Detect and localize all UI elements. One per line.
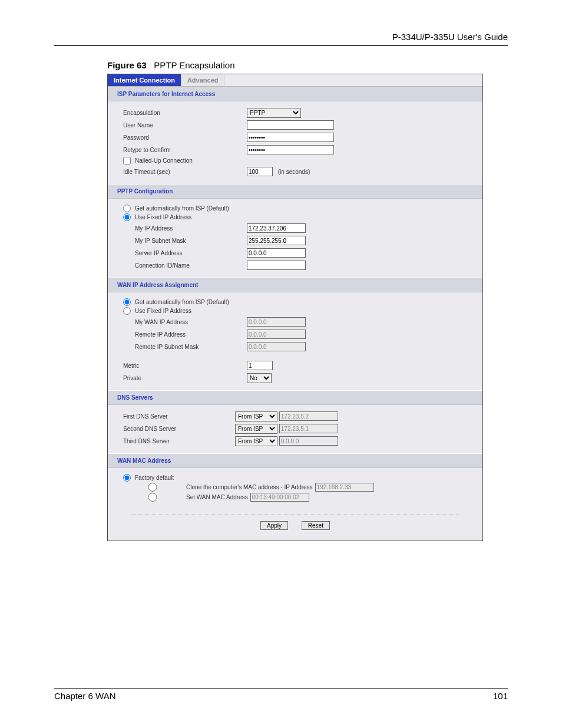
section-dns-body: First DNS Server From ISP Second DNS Ser… <box>108 405 482 453</box>
server-ip-label: Server IP Address <box>123 250 247 256</box>
connection-id-label: Connection ID/Name <box>123 262 247 269</box>
mac-clone-ip-input[interactable] <box>315 483 374 492</box>
username-label: User Name <box>123 122 247 129</box>
section-wan-body: Get automatically from ISP (Default) Use… <box>108 292 482 390</box>
connection-id-input[interactable] <box>247 261 306 270</box>
remote-subnet-label: Remote IP Subnet Mask <box>123 344 247 350</box>
third-dns-input[interactable] <box>279 436 338 446</box>
first-dns-select[interactable]: From ISP <box>235 411 277 421</box>
section-isp-header: ISP Parameters for Internet Access <box>108 87 482 101</box>
button-row: Apply Reset <box>108 519 482 541</box>
wan-fixed-label: Use Fixed IP Address <box>135 308 191 314</box>
mac-clone-radio[interactable] <box>123 483 182 492</box>
wan-auto-radio[interactable] <box>123 298 131 306</box>
button-separator <box>131 515 459 515</box>
footer-rule <box>54 688 508 689</box>
nailed-up-label: Nailed-Up Connection <box>135 157 193 164</box>
second-dns-select[interactable]: From ISP <box>235 424 277 434</box>
password-input[interactable] <box>247 133 334 142</box>
idle-timeout-input[interactable] <box>247 167 273 176</box>
remote-ip-input[interactable] <box>247 330 306 339</box>
reset-button[interactable]: Reset <box>302 521 330 530</box>
retype-label: Retype to Confirm <box>123 147 247 153</box>
remote-ip-label: Remote IP Address <box>123 331 247 338</box>
section-pptp-body: Get automatically from ISP (Default) Use… <box>108 199 482 278</box>
section-mac-header: WAN MAC Address <box>108 453 482 468</box>
private-label: Private <box>123 375 247 381</box>
section-isp-body: Encapsulation PPTP User Name Password Re… <box>108 101 482 184</box>
wan-fixed-radio[interactable] <box>123 307 131 315</box>
my-ip-input[interactable] <box>247 223 306 233</box>
username-input[interactable] <box>247 120 334 130</box>
tab-internet-connection[interactable]: Internet Connection <box>108 74 181 86</box>
mac-set-label: Set WAN MAC Address <box>186 494 248 500</box>
my-subnet-input[interactable] <box>247 236 306 245</box>
my-subnet-label: My IP Subnet Mask <box>123 238 247 244</box>
section-pptp-header: PPTP Configuration <box>108 184 482 199</box>
section-dns-header: DNS Servers <box>108 390 482 405</box>
second-dns-input[interactable] <box>279 424 338 433</box>
pptp-auto-label: Get automatically from ISP (Default) <box>135 205 229 212</box>
first-dns-input[interactable] <box>279 411 338 421</box>
third-dns-select[interactable]: From ISP <box>235 436 277 446</box>
header-rule <box>54 45 508 46</box>
mac-factory-label: Factory default <box>135 475 174 481</box>
third-dns-label: Third DNS Server <box>123 438 235 444</box>
wan-auto-label: Get automatically from ISP (Default) <box>135 299 229 305</box>
my-ip-label: My IP Address <box>123 225 247 232</box>
chapter-label: Chapter 6 WAN <box>54 691 115 701</box>
nailed-up-checkbox[interactable] <box>123 157 131 164</box>
tab-advanced[interactable]: Advanced <box>181 74 225 86</box>
figure-label: Figure 63 <box>107 60 147 70</box>
metric-label: Metric <box>123 363 247 369</box>
figure-title: PPTP Encapsulation <box>154 60 234 70</box>
figure-caption: Figure 63 PPTP Encapsulation <box>107 60 508 70</box>
mac-factory-radio[interactable] <box>123 474 131 482</box>
apply-button[interactable]: Apply <box>260 521 288 530</box>
pptp-fixed-label: Use Fixed IP Address <box>135 214 191 220</box>
retype-input[interactable] <box>247 145 334 154</box>
guide-title: P-334U/P-335U User's Guide <box>54 32 508 45</box>
section-wan-header: WAN IP Address Assignment <box>108 278 482 292</box>
page-footer: Chapter 6 WAN 101 <box>54 688 508 701</box>
my-wan-ip-input[interactable] <box>247 317 306 327</box>
password-label: Password <box>123 134 247 141</box>
idle-timeout-suffix: (in seconds) <box>278 169 310 175</box>
idle-timeout-label: Idle Timeout (sec) <box>123 169 247 175</box>
mac-set-radio[interactable] <box>123 493 182 502</box>
router-config-panel: Internet Connection Advanced ISP Paramet… <box>107 74 483 541</box>
encapsulation-label: Encapsulation <box>123 110 247 116</box>
private-select[interactable]: No <box>247 373 272 383</box>
pptp-auto-radio[interactable] <box>123 205 131 212</box>
page-number: 101 <box>493 691 508 701</box>
my-wan-ip-label: My WAN IP Address <box>123 319 247 325</box>
mac-set-input[interactable] <box>250 493 309 502</box>
remote-subnet-input[interactable] <box>247 342 306 351</box>
pptp-fixed-radio[interactable] <box>123 213 131 221</box>
encapsulation-select[interactable]: PPTP <box>247 108 301 118</box>
tab-bar: Internet Connection Advanced <box>108 74 482 87</box>
mac-clone-label: Clone the computer's MAC address - IP Ad… <box>186 484 313 490</box>
metric-input[interactable] <box>247 361 273 370</box>
first-dns-label: First DNS Server <box>123 413 235 420</box>
section-mac-body: Factory default Clone the computer's MAC… <box>108 468 482 509</box>
server-ip-input[interactable] <box>247 248 306 258</box>
second-dns-label: Second DNS Server <box>123 426 235 432</box>
